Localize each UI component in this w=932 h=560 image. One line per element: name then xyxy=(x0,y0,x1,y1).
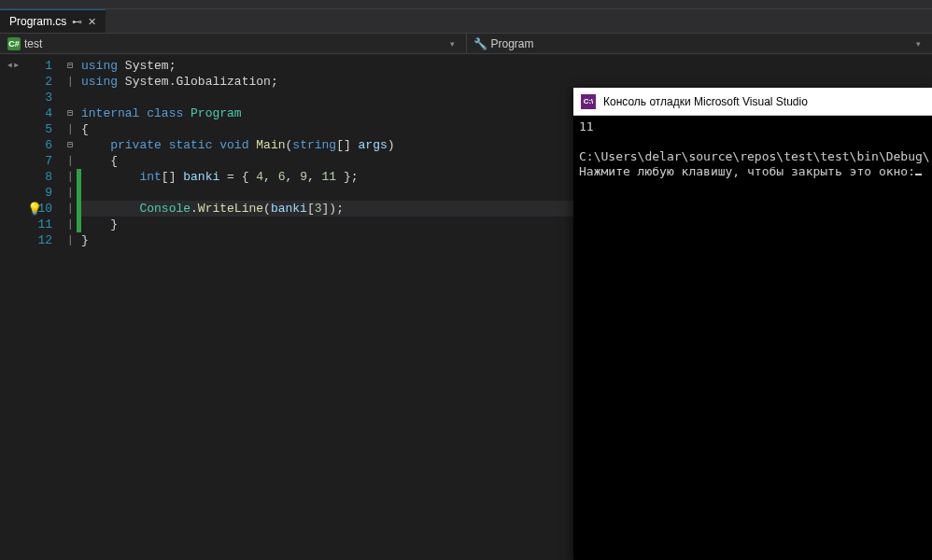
fold-guide: │ xyxy=(64,232,77,248)
line-number-gutter: 1 2 3 4 5 6 7 8 9 10 11 12 xyxy=(26,54,64,560)
console-title-bar[interactable]: C:\ Консоль отладки Microsoft Visual Stu… xyxy=(573,88,932,116)
line-number[interactable]: 3 xyxy=(26,90,64,105)
chevron-down-icon[interactable]: ▾ xyxy=(450,39,459,49)
breadcrumb-project-label: test xyxy=(24,37,42,50)
console-cursor xyxy=(915,174,922,175)
vs-logo-icon: C:\ xyxy=(581,94,596,109)
line-number[interactable]: 12 xyxy=(26,232,64,248)
close-icon[interactable]: ✕ xyxy=(88,16,96,28)
fold-guide: │ xyxy=(64,74,77,90)
line-number[interactable]: 5 xyxy=(26,121,64,137)
fold-toggle-icon[interactable]: ⊟ xyxy=(64,105,77,121)
breadcrumb-bar: C# test ▾ 🔧 Program ▾ xyxy=(0,34,932,54)
line-number[interactable]: 8 xyxy=(26,169,64,185)
collapse-indicator-icon[interactable]: ◂▸ xyxy=(0,58,26,74)
fold-guide: │ xyxy=(64,153,77,169)
console-output[interactable]: 11 C:\Users\delar\source\repos\test\test… xyxy=(573,116,932,560)
code-line[interactable]: using System; xyxy=(81,58,932,74)
fold-guide: │ xyxy=(64,217,77,232)
tab-program-cs[interactable]: Program.cs ⊷ ✕ xyxy=(0,9,106,33)
console-title-text: Консоль отладки Microsoft Visual Studio xyxy=(603,95,808,108)
pin-icon[interactable]: ⊷ xyxy=(72,16,82,28)
breadcrumb-project[interactable]: C# test ▾ xyxy=(0,34,467,53)
lightbulb-icon[interactable]: 💡 xyxy=(27,201,42,217)
breadcrumb-class-label: Program xyxy=(491,37,534,50)
fold-toggle-icon[interactable]: ⊟ xyxy=(64,137,77,153)
top-toolbar-strip xyxy=(0,0,932,9)
class-icon: 🔧 xyxy=(474,37,487,50)
chevron-down-icon[interactable]: ▾ xyxy=(916,39,925,49)
fold-guide: │ xyxy=(64,201,77,217)
line-number[interactable]: 4 xyxy=(26,105,64,121)
fold-guide: │ xyxy=(64,121,77,137)
folding-column: ⊟ │ ⊟ │ ⊟ │ │ │ │ │ │ xyxy=(64,54,77,560)
editor-tab-row: Program.cs ⊷ ✕ xyxy=(0,9,932,34)
glyph-margin: ◂▸ xyxy=(0,54,26,560)
fold-guide: │ xyxy=(64,169,77,185)
fold-toggle-icon[interactable]: ⊟ xyxy=(64,58,77,74)
line-number[interactable]: 11 xyxy=(26,217,64,232)
fold-guide: │ xyxy=(64,185,77,201)
console-path-line: C:\Users\delar\source\repos\test\test\bi… xyxy=(579,149,930,163)
csharp-project-icon: C# xyxy=(7,37,21,50)
debug-console-window[interactable]: C:\ Консоль отладки Microsoft Visual Stu… xyxy=(573,88,932,560)
line-number[interactable]: 9 xyxy=(26,185,64,201)
line-number[interactable]: 7 xyxy=(26,153,64,169)
console-output-value: 11 xyxy=(579,119,594,133)
line-number[interactable]: 2 xyxy=(26,74,64,90)
line-number[interactable]: 6 xyxy=(26,137,64,153)
console-prompt-line: Нажмите любую клавишу, чтобы закрыть это… xyxy=(579,164,915,178)
tab-title: Program.cs xyxy=(9,15,66,28)
breadcrumb-class[interactable]: 🔧 Program ▾ xyxy=(467,34,933,53)
line-number[interactable]: 1 xyxy=(26,58,64,74)
